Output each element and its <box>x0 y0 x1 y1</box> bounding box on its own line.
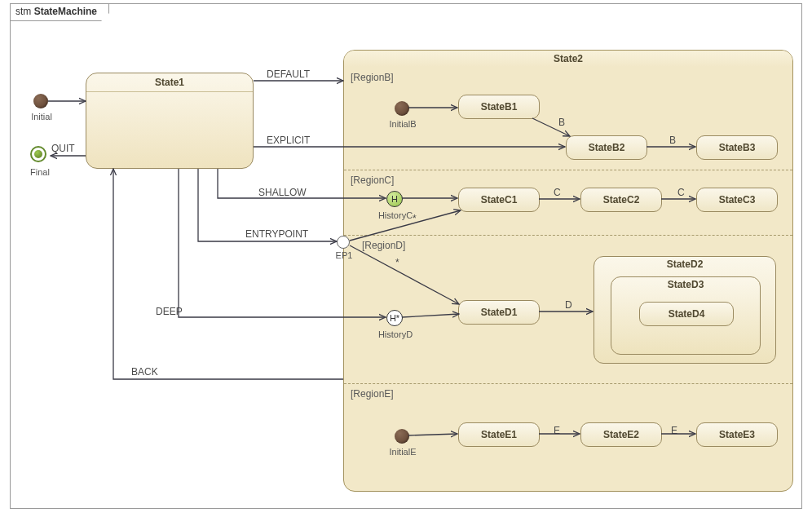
historyD-label: HistoryD <box>373 329 417 339</box>
transition-c1-label: C <box>554 187 561 198</box>
initialB-pseudostate[interactable] <box>395 101 409 116</box>
region-divider-bc <box>344 170 792 170</box>
state-state2[interactable]: State2 [RegionB] [RegionC] [RegionD] [Re… <box>343 50 793 492</box>
state-d4[interactable]: StateD4 <box>639 302 734 326</box>
ep1-default-star: * <box>395 257 399 268</box>
region-divider-de <box>344 383 792 384</box>
frame-title: StateMachine <box>34 6 97 17</box>
final-inner-dot <box>34 150 42 158</box>
ep1-label: EP1 <box>330 250 358 260</box>
initialB-label: InitialB <box>383 119 422 129</box>
state2-title: State2 <box>344 51 792 67</box>
edge-back <box>113 169 343 379</box>
state-d2-title: StateD2 <box>594 257 775 270</box>
state-d3-title: StateD3 <box>611 277 760 290</box>
transition-entrypoint-label: ENTRYPOINT <box>245 228 308 240</box>
transition-deep-label: DEEP <box>156 306 183 317</box>
state-b3[interactable]: StateB3 <box>696 135 778 160</box>
historyC-default-star: * <box>413 213 417 224</box>
history-shallow-glyph: H <box>391 194 398 204</box>
state-c3[interactable]: StateC3 <box>696 188 778 212</box>
region-c-label: [RegionC] <box>351 175 394 186</box>
transition-c2-label: C <box>677 187 685 198</box>
initialE-pseudostate[interactable] <box>395 429 409 444</box>
transition-b1-label: B <box>558 117 565 128</box>
final-pseudostate[interactable] <box>30 146 46 162</box>
region-e-label: [RegionE] <box>351 388 394 400</box>
transition-quit-label: QUIT <box>51 143 75 154</box>
state-c1[interactable]: StateC1 <box>458 188 540 212</box>
state1-title: State1 <box>86 73 253 92</box>
state-b2[interactable]: StateB2 <box>566 135 647 160</box>
final-label: Final <box>24 167 56 177</box>
initialE-label: InitialE <box>383 447 422 457</box>
history-deep-glyph: H* <box>390 313 399 323</box>
transition-back-label: BACK <box>131 366 158 378</box>
state-d1[interactable]: StateD1 <box>458 300 540 325</box>
state-b1[interactable]: StateB1 <box>458 95 540 119</box>
frame-prefix: stm <box>15 6 31 17</box>
region-b-label: [RegionB] <box>351 72 394 83</box>
transition-explicit-label: EXPLICIT <box>267 135 310 146</box>
historyD-pseudostate[interactable]: H* <box>386 310 403 326</box>
transition-d-label: D <box>565 299 572 311</box>
transition-b2-label: B <box>669 135 676 146</box>
initial-label: Initial <box>25 112 58 122</box>
historyC-pseudostate[interactable]: H <box>386 191 403 207</box>
state-c2[interactable]: StateC2 <box>580 188 662 212</box>
transition-e1-label: E <box>554 425 560 436</box>
transition-shallow-label: SHALLOW <box>258 187 307 198</box>
transition-default-label: DEFAULT <box>267 68 310 80</box>
state-e2[interactable]: StateE2 <box>580 422 662 447</box>
transition-e2-label: E <box>671 425 677 436</box>
frame-title-tab: stm StateMachine <box>10 3 109 21</box>
state-state1[interactable]: State1 <box>86 73 254 169</box>
diagram-frame: stm StateMachine Initial Final State1 St… <box>10 3 802 509</box>
state-e1[interactable]: StateE1 <box>458 422 540 447</box>
state-e3[interactable]: StateE3 <box>696 422 778 447</box>
region-d-label: [RegionD] <box>362 240 405 251</box>
historyC-label: HistoryC <box>373 210 417 220</box>
state-d2[interactable]: StateD2 StateD3 StateD4 <box>594 256 776 364</box>
entrypoint-ep1[interactable] <box>337 236 350 249</box>
initial-pseudostate[interactable] <box>33 94 48 108</box>
region-divider-cd <box>344 235 792 236</box>
state-d3[interactable]: StateD3 StateD4 <box>611 276 761 355</box>
